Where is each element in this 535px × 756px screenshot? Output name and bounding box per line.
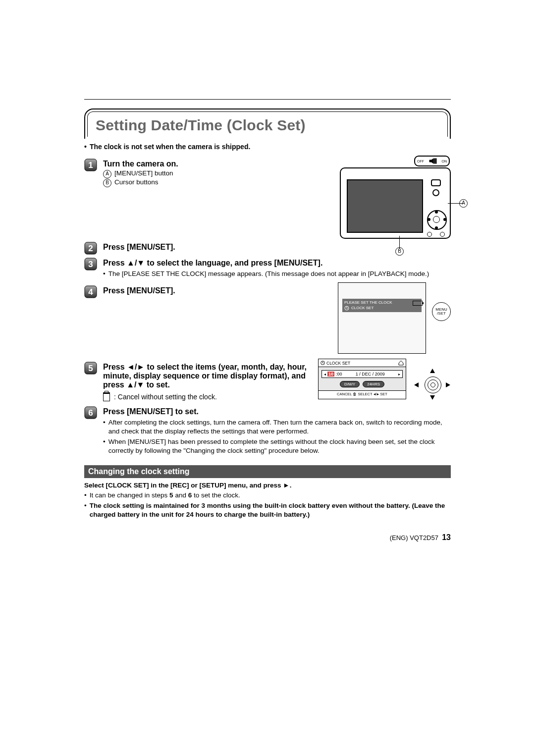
svg-rect-2 [434, 159, 434, 163]
callout-a: A [459, 199, 468, 208]
manual-page: Setting Date/Time (Clock Set) The clock … [84, 99, 451, 542]
speaker-icon [429, 158, 437, 164]
camera-illustration: OFF ON [340, 156, 451, 239]
lcd2-footer: CANCEL 🗑 SELECT ◂◊▸ SET [319, 390, 406, 397]
svg-text:4: 4 [88, 287, 93, 297]
lcd-msg-line2: CLOCK SET [351, 306, 374, 311]
switch-on-label: ON [442, 160, 447, 163]
battery-icon [413, 301, 423, 306]
svg-text:1: 1 [88, 161, 93, 170]
step-4: 4 Press [MENU/SET]. [84, 285, 329, 298]
arrow-right-icon [446, 382, 451, 387]
menu-set-button-icon: MENU /SET [432, 302, 451, 321]
trash-note: : Cancel without setting the clock. [114, 393, 217, 401]
clock-icon [321, 361, 325, 365]
step-1-row: 1 Turn the camera on. A[MENU/SET] button… [84, 156, 451, 239]
step-6-note-2: When [MENU/SET] has been pressed to comp… [108, 437, 451, 455]
svg-rect-3 [435, 159, 435, 163]
step-number-3: 3 [84, 258, 97, 270]
camera-screen [347, 179, 423, 233]
camera-dpad [427, 210, 447, 230]
step-6: 6 Press [MENU/SET] to set. After complet… [84, 406, 451, 456]
camera-button-top [431, 179, 441, 186]
lcd-msg-line1: PLEASE SET THE CLOCK [344, 300, 420, 305]
clock-icon [344, 306, 349, 311]
subsection-bullet-2: The clock setting is maintained for 3 mo… [90, 501, 451, 519]
step-number-5: 5 [84, 362, 97, 375]
step-number-6: 6 [84, 406, 97, 419]
arrow-down-icon [430, 395, 435, 400]
svg-rect-4 [436, 159, 436, 163]
step-4-head: Press [MENU/SET]. [103, 286, 329, 295]
lcd-please-set-clock: PLEASE SET THE CLOCK CLOCK SET [338, 282, 426, 354]
step-3-head: Press ▲/▼ to select the language, and pr… [103, 259, 451, 268]
dpad-illustration [414, 370, 451, 399]
step-number-2: 2 [84, 242, 97, 255]
page-footer: (ENG) VQT2D57 13 [84, 533, 451, 542]
intro-note: The clock is not set when the camera is … [84, 143, 451, 151]
anno-b-marker: B [103, 179, 111, 187]
step-6-note-1: After completing the clock settings, tur… [108, 418, 451, 436]
doc-code: (ENG) VQT2D57 [390, 534, 438, 541]
svg-text:5: 5 [88, 364, 93, 373]
title-box: Setting Date/Time (Clock Set) [84, 108, 451, 139]
arrow-left-icon [414, 382, 419, 387]
page-number: 13 [442, 533, 451, 541]
lcd-clock-set: CLOCK SET ◂ 10 :00 1 / DEC / 2009 ▸ D/M/… [318, 359, 406, 399]
top-rule [84, 99, 451, 100]
lcd2-title: CLOCK SET [326, 361, 350, 366]
step-3: 3 Press ▲/▼ to select the language, and … [84, 258, 451, 279]
step-5: 5 Press ◄/► to select the items (year, m… [84, 362, 309, 389]
camera-button-small [432, 189, 439, 196]
svg-text:3: 3 [88, 260, 93, 269]
lcd2-fmt-dmy: D/M/Y [340, 381, 360, 387]
lcd2-hour: 10 [327, 372, 334, 377]
lcd2-date: 1 / DEC / 2009 [344, 372, 397, 377]
step-5-head: Press ◄/► to select the items (year, mon… [103, 363, 309, 389]
switch-off-label: OFF [417, 160, 424, 163]
svg-text:2: 2 [88, 244, 93, 253]
step-1: 1 Turn the camera on. A[MENU/SET] button… [84, 159, 331, 187]
subsection-bullet-1: It can be changed in steps 5 and 6 to se… [84, 491, 451, 500]
power-switch: OFF ON [414, 156, 450, 166]
step-1-head: Turn the camera on. [103, 160, 331, 168]
step-4-row: 4 Press [MENU/SET]. PLEASE SET THE CLOCK… [84, 282, 451, 354]
lcd2-date-row: ◂ 10 :00 1 / DEC / 2009 ▸ [321, 370, 403, 378]
callout-b: B [395, 247, 404, 256]
step-6-head: Press [MENU/SET] to set. [103, 407, 451, 416]
subsection-lead: Select [CLOCK SET] in the [REC] or [SETU… [84, 481, 451, 490]
step-number-4: 4 [84, 285, 97, 298]
subsection-title: Changing the clock setting [84, 465, 451, 478]
step-number-1: 1 [84, 159, 97, 171]
step-3-note: The [PLEASE SET THE CLOCK] message appea… [108, 270, 429, 278]
trash-icon [103, 392, 110, 401]
lcd2-fmt-24: 24HRS [363, 381, 384, 387]
lcd2-min: :00 [336, 372, 342, 377]
label-cursor-buttons: Cursor buttons [114, 178, 159, 186]
page-title: Setting Date/Time (Clock Set) [96, 117, 306, 133]
label-menu-set-button: [MENU/SET] button [114, 169, 173, 177]
home-icon [398, 360, 404, 366]
svg-text:6: 6 [88, 408, 93, 418]
arrow-up-icon [430, 369, 435, 374]
anno-a-marker: A [103, 170, 111, 178]
step-5-row: 5 Press ◄/► to select the items (year, m… [84, 359, 451, 403]
